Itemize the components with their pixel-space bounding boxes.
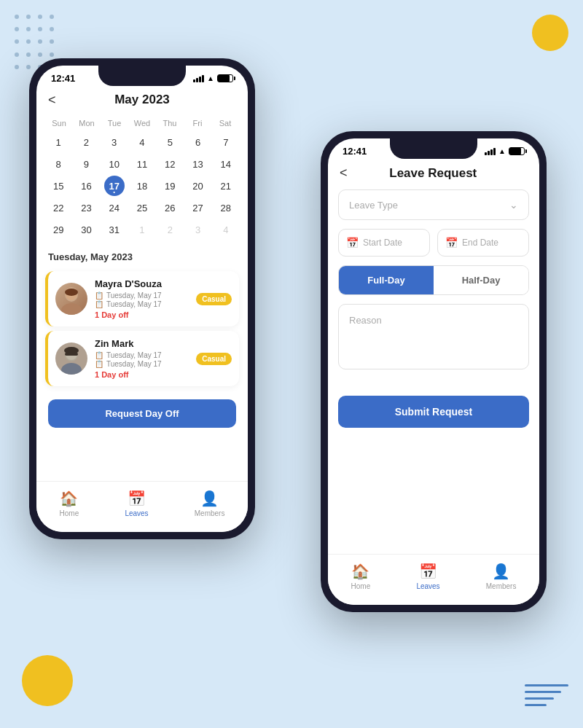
- phone2-leaves-icon: 📅: [419, 563, 437, 580]
- cal-day-2[interactable]: 2: [76, 132, 96, 152]
- cal-day-6[interactable]: 6: [188, 132, 208, 152]
- day-label-mon: Mon: [73, 119, 101, 128]
- cal-day-18[interactable]: 18: [132, 176, 152, 196]
- bg-circle-bottom-left: [22, 655, 73, 706]
- nav-home-phone2[interactable]: 🏠 Home: [351, 563, 371, 590]
- nav-leaves-label: Leaves: [125, 509, 148, 517]
- phone2-time: 12:41: [343, 146, 367, 157]
- cal-day-8[interactable]: 8: [48, 154, 69, 174]
- cal-day-29[interactable]: 29: [48, 219, 69, 240]
- calendar-icon-small2: 📋: [95, 300, 103, 308]
- cal-day-om-2[interactable]: 2: [160, 219, 180, 240]
- half-day-toggle[interactable]: Half-Day: [434, 266, 528, 294]
- phone2-leaves-label: Leaves: [416, 582, 439, 590]
- cal-day-16[interactable]: 16: [76, 176, 96, 196]
- calendar-day-labels: Sun Mon Tue Wed Thu Fri Sat: [45, 119, 239, 128]
- nav-home-label: Home: [60, 509, 79, 517]
- phone2-home-icon: 🏠: [351, 563, 369, 580]
- leave-name-zin: Zin Mark: [95, 338, 189, 349]
- svg-rect-8: [65, 353, 78, 356]
- start-date-field[interactable]: 📅 Start Date: [338, 229, 430, 257]
- avatar-zin: [55, 343, 87, 375]
- day-label-sun: Sun: [45, 119, 73, 128]
- leave-name-mayra: Mayra D'Souza: [95, 278, 189, 289]
- cal-day-om-1[interactable]: 1: [132, 219, 152, 240]
- reason-placeholder: Reason: [349, 315, 382, 326]
- cal-day-25[interactable]: 25: [132, 197, 152, 218]
- cal-day-15[interactable]: 15: [48, 176, 69, 196]
- cal-day-22[interactable]: 22: [48, 197, 69, 218]
- cal-day-13[interactable]: 13: [188, 154, 208, 174]
- cal-day-17-today[interactable]: 17: [104, 176, 125, 196]
- cal-day-3[interactable]: 3: [104, 132, 125, 152]
- leave-date2-zin: 📋 Tuesday, May 17: [95, 360, 189, 368]
- phone2-notch: [390, 138, 477, 159]
- phone2-battery-icon: [509, 147, 525, 155]
- leave-date1-zin: 📋 Tuesday, May 17: [95, 351, 189, 359]
- cal-day-11[interactable]: 11: [132, 154, 152, 174]
- cal-day-7[interactable]: 7: [216, 132, 236, 152]
- form-title: Leave Request: [356, 166, 510, 181]
- svg-point-1: [61, 303, 82, 315]
- signal-icon: [193, 75, 204, 82]
- phone1-bottom-nav: 🏠 Home 📅 Leaves 👤 Members: [36, 481, 248, 532]
- cal-day-28[interactable]: 28: [216, 197, 236, 218]
- form-back-button[interactable]: <: [340, 165, 348, 181]
- end-date-placeholder: End Date: [462, 238, 498, 248]
- cal-day-26[interactable]: 26: [160, 197, 180, 218]
- phone-leave-request: 12:41 ▲ < Leave Request Leave Type: [321, 131, 547, 612]
- members-icon: 👤: [200, 490, 219, 507]
- nav-members-phone1[interactable]: 👤 Members: [195, 490, 225, 517]
- cal-day-10[interactable]: 10: [104, 154, 125, 174]
- calendar-title: May 2023: [114, 93, 170, 107]
- calendar-icon-small3: 📋: [95, 351, 103, 359]
- nav-members-label: Members: [195, 509, 225, 517]
- cal-day-5[interactable]: 5: [160, 132, 180, 152]
- cal-day-12[interactable]: 12: [160, 154, 180, 174]
- calendar-back-button[interactable]: <: [48, 93, 56, 108]
- calendar-header: < May 2023: [36, 87, 248, 113]
- day-label-fri: Fri: [184, 119, 211, 128]
- calendar-start-icon: 📅: [346, 237, 359, 248]
- cal-day-om-4[interactable]: 4: [216, 219, 236, 240]
- leave-type-select[interactable]: Leave Type ⌄: [338, 189, 529, 220]
- day-type-toggle: Full-Day Half-Day: [338, 265, 529, 295]
- cal-day-27[interactable]: 27: [188, 197, 208, 218]
- cal-day-24[interactable]: 24: [104, 197, 125, 218]
- nav-home-phone1[interactable]: 🏠 Home: [60, 490, 79, 517]
- submit-request-button[interactable]: Submit Request: [338, 396, 529, 428]
- cal-day-4[interactable]: 4: [132, 132, 152, 152]
- cal-day-14[interactable]: 14: [216, 154, 236, 174]
- cal-day-20[interactable]: 20: [188, 176, 208, 196]
- cal-day-30[interactable]: 30: [76, 219, 96, 240]
- leave-info-mayra: Mayra D'Souza 📋 Tuesday, May 17 📋 Tuesda…: [95, 278, 189, 319]
- day-label-tue: Tue: [101, 119, 128, 128]
- cal-day-19[interactable]: 19: [160, 176, 180, 196]
- calendar-icon-small4: 📋: [95, 360, 103, 368]
- cal-day-23[interactable]: 23: [76, 197, 96, 218]
- request-day-off-button[interactable]: Request Day Off: [48, 399, 236, 428]
- phone2-status-icons: ▲: [485, 147, 525, 155]
- nav-members-phone2[interactable]: 👤 Members: [486, 563, 517, 590]
- wifi-icon: ▲: [207, 74, 214, 82]
- leaves-icon: 📅: [128, 490, 146, 507]
- calendar-icon-small: 📋: [95, 291, 103, 300]
- calendar-days: 1 2 3 4 5 6 7 8 9 10 11 12 13 14 15 16 1…: [45, 132, 239, 240]
- bg-lines: [525, 684, 568, 706]
- nav-leaves-phone1[interactable]: 📅 Leaves: [125, 490, 148, 517]
- form-header: < Leave Request: [328, 160, 539, 189]
- battery-icon: [217, 74, 233, 82]
- phone2-members-icon: 👤: [492, 563, 510, 580]
- cal-day-31[interactable]: 31: [104, 219, 125, 240]
- cal-day-21[interactable]: 21: [216, 176, 236, 196]
- full-day-toggle[interactable]: Full-Day: [339, 266, 434, 294]
- phone2-wifi-icon: ▲: [498, 147, 506, 155]
- end-date-field[interactable]: 📅 End Date: [437, 229, 529, 257]
- cal-day-1[interactable]: 1: [48, 132, 69, 152]
- phone2-bottom-nav: 🏠 Home 📅 Leaves 👤 Members: [328, 554, 539, 605]
- cal-day-om-3[interactable]: 3: [188, 219, 208, 240]
- cal-day-9[interactable]: 9: [76, 154, 96, 174]
- reason-textarea[interactable]: Reason: [338, 304, 529, 369]
- chevron-down-icon: ⌄: [509, 199, 518, 211]
- nav-leaves-phone2[interactable]: 📅 Leaves: [416, 563, 439, 590]
